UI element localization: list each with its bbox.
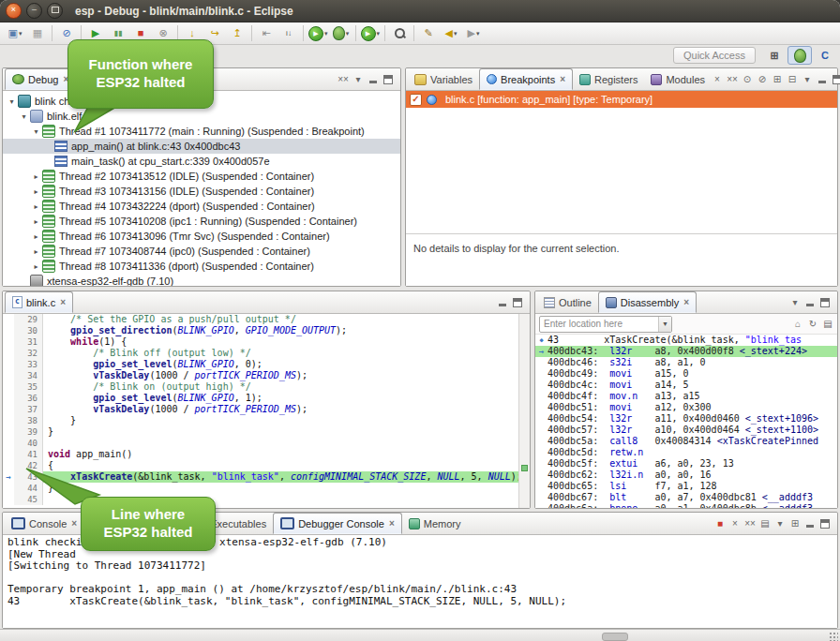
line-number[interactable]: 39 xyxy=(14,426,43,438)
view-menu-icon[interactable]: ▾ xyxy=(802,73,813,85)
tab-disassembly[interactable]: Disassembly× xyxy=(598,291,697,313)
tab-outline[interactable]: Outline xyxy=(537,291,598,313)
debug-tree-item[interactable]: ▸Thread #2 1073413512 (IDLE) (Suspended … xyxy=(3,169,400,184)
line-number[interactable]: 31 xyxy=(14,336,43,348)
code-line[interactable]: 39} xyxy=(3,426,530,438)
expander-closed-icon[interactable]: ▸ xyxy=(31,247,41,256)
tab-console[interactable]: Console× xyxy=(5,513,83,534)
code-line[interactable]: 34 vTaskDelay(1000 / portTICK_PERIOD_MS)… xyxy=(3,370,530,381)
code-line[interactable]: 30 gpio_set_direction(BLINK_GPIO, GPIO_M… xyxy=(3,325,530,336)
code-line[interactable]: 31 while(1) { xyxy=(3,336,530,348)
debug-tree-item[interactable]: ▸Thread #7 1073408744 (ipc0) (Suspended … xyxy=(3,244,400,259)
debug-launch-tree[interactable]: ▾blink cheing]▾blink.elf▾Thread #1 10734… xyxy=(3,91,400,286)
breakpoint-checkbox[interactable]: ✓ xyxy=(410,94,422,106)
search-button[interactable] xyxy=(388,24,411,43)
close-icon[interactable]: × xyxy=(60,297,66,307)
external-tools-dropdown-icon[interactable]: ▾ xyxy=(377,30,381,37)
resize-grip-icon[interactable] xyxy=(829,632,838,641)
current-line-marker[interactable] xyxy=(521,465,528,471)
disassembly-line[interactable]: 400dbc51: movi a12, 0x300 xyxy=(535,402,837,413)
debug-button[interactable]: ▾ xyxy=(330,24,352,43)
debug-tree-item[interactable]: xtensa-esp32-elf-gdb (7.10) xyxy=(3,274,400,286)
show-source-icon[interactable]: ▤ xyxy=(822,318,833,330)
code-line[interactable]: 38 } xyxy=(3,415,530,426)
expander-closed-icon[interactable]: ▸ xyxy=(31,232,41,241)
minimize-icon[interactable] xyxy=(804,517,816,529)
remove-launch-icon[interactable]: × xyxy=(729,517,741,529)
line-number[interactable]: 29 xyxy=(14,314,43,325)
terminate-icon[interactable]: ■ xyxy=(714,517,726,529)
refresh-icon[interactable]: ↻ xyxy=(807,318,818,330)
run-dropdown-icon[interactable]: ▾ xyxy=(324,30,328,37)
minimize-icon[interactable] xyxy=(497,296,508,308)
window-maximize-button[interactable] xyxy=(47,3,63,19)
forward-dropdown-icon[interactable]: ▾ xyxy=(476,30,480,37)
step-return-button[interactable]: ↥ xyxy=(226,24,248,43)
horizontal-scrollbar[interactable] xyxy=(602,633,628,641)
save-button[interactable]: ▦ xyxy=(26,24,49,43)
tab-variables[interactable]: Variables xyxy=(408,68,479,90)
back-button[interactable]: ◀▾ xyxy=(440,24,462,43)
debug-tree-item[interactable]: ▸Thread #4 1073432224 (dport) (Suspended… xyxy=(3,199,400,214)
disassembly-line[interactable]: 400dbc57: l32r a10, 0x400d0464 <_stext+1… xyxy=(535,425,837,436)
disassembly-line[interactable]: 400dbc62: l32i.n a0, a0, 16 xyxy=(535,470,837,481)
disassembly-line[interactable]: 400dbc4c: movi a14, 5 xyxy=(535,380,837,391)
debug-tree-item[interactable]: ▾blink.elf xyxy=(3,109,400,124)
back-dropdown-icon[interactable]: ▾ xyxy=(454,30,458,37)
expander-open-icon[interactable]: ▾ xyxy=(31,127,41,136)
quick-access-box[interactable]: Quick Access xyxy=(673,47,756,64)
external-tools-button[interactable]: ▶▾ xyxy=(359,24,382,43)
goto-pc-icon[interactable]: ⌂ xyxy=(792,318,803,330)
view-menu-icon[interactable]: ▾ xyxy=(352,73,364,85)
expander-closed-icon[interactable]: ▸ xyxy=(31,202,41,211)
open-perspective-button[interactable]: ⊞ xyxy=(763,47,786,64)
minimize-icon[interactable] xyxy=(804,296,816,308)
maximize-icon[interactable] xyxy=(512,296,523,308)
code-line[interactable]: 32 /* Blink off (output low) */ xyxy=(3,348,530,359)
code-line[interactable]: 33 gpio_set_level(BLINK_GPIO, 0); xyxy=(3,359,530,370)
code-line[interactable]: 36 gpio_set_level(BLINK_GPIO, 1); xyxy=(3,393,530,404)
debug-tree-item[interactable]: ▸Thread #5 1073410208 (ipc1 : Running) (… xyxy=(3,214,400,229)
window-close-button[interactable]: × xyxy=(6,3,22,19)
expander-open-icon[interactable]: ▾ xyxy=(7,97,17,106)
remove-all-launches-icon[interactable]: ×× xyxy=(744,517,756,529)
disassembly-line[interactable]: 400dbc46: s32i a8, a1, 0 xyxy=(535,357,837,368)
last-edit-location-button[interactable]: ✎ xyxy=(417,24,440,43)
expander-open-icon[interactable]: ▾ xyxy=(19,112,29,121)
tab-debug[interactable]: Debug× xyxy=(5,68,76,90)
minimize-icon[interactable] xyxy=(368,73,379,85)
forward-button[interactable]: ▶▾ xyxy=(462,24,485,43)
disassembly-line[interactable]: 400dbc5d: retw.n xyxy=(535,447,837,458)
debug-tree-item[interactable]: ▾Thread #1 1073411772 (main : Running) (… xyxy=(3,124,400,139)
close-icon[interactable]: × xyxy=(71,518,77,529)
code-line[interactable]: 37 vTaskDelay(1000 / portTICK_PERIOD_MS)… xyxy=(3,404,530,415)
maximize-icon[interactable] xyxy=(819,517,831,529)
collapse-all-icon[interactable]: ⊟ xyxy=(787,73,798,85)
line-number[interactable]: 30 xyxy=(14,325,43,336)
debug-tree-item[interactable]: ▸Thread #8 1073411336 (dport) (Suspended… xyxy=(3,259,400,274)
remove-breakpoint-icon[interactable]: × xyxy=(712,73,723,85)
tab-blink-c[interactable]: blink.c× xyxy=(5,291,73,313)
tab-breakpoints[interactable]: Breakpoints× xyxy=(479,68,573,90)
code-line[interactable]: 29 /* Set the GPIO as a push/pull output… xyxy=(3,314,530,325)
remove-all-breakpoints-icon[interactable]: ×× xyxy=(727,73,738,85)
location-combo[interactable]: ▼ xyxy=(539,316,672,333)
new-button[interactable]: ▣▾ xyxy=(4,24,26,43)
drop-to-frame-button[interactable]: ⇤ xyxy=(255,24,278,43)
disassembly-listing[interactable]: ◆43 xTaskCreate(&blink_task, "blink_tas→… xyxy=(535,335,837,508)
disassembly-line[interactable]: 400dbc49: movi a15, 0 xyxy=(535,368,837,380)
detail-pane-divider[interactable] xyxy=(406,233,837,234)
line-number[interactable]: 38 xyxy=(14,415,43,426)
disassembly-line[interactable]: 400dbc6a: bnone a0, a1, 0x400dbc8b <__ad… xyxy=(535,503,837,508)
expander-closed-icon[interactable]: ▸ xyxy=(31,217,41,226)
expander-closed-icon[interactable]: ▸ xyxy=(31,187,41,196)
open-console-icon[interactable]: ⊞ xyxy=(789,517,801,529)
display-selected-console-icon[interactable]: ▾ xyxy=(774,517,786,529)
debug-tree-item[interactable]: ▸Thread #3 1073413156 (IDLE) (Suspended … xyxy=(3,184,400,199)
run-button[interactable]: ▶▾ xyxy=(307,24,330,43)
disassembly-line[interactable]: 400dbc4f: mov.n a13, a15 xyxy=(535,391,837,402)
debug-tree-item[interactable]: main_task() at cpu_start.c:339 0x400d057… xyxy=(3,154,400,169)
line-number[interactable]: 37 xyxy=(14,404,43,415)
tab-modules[interactable]: Modules xyxy=(644,68,712,90)
debug-dropdown-icon[interactable]: ▾ xyxy=(346,30,350,37)
